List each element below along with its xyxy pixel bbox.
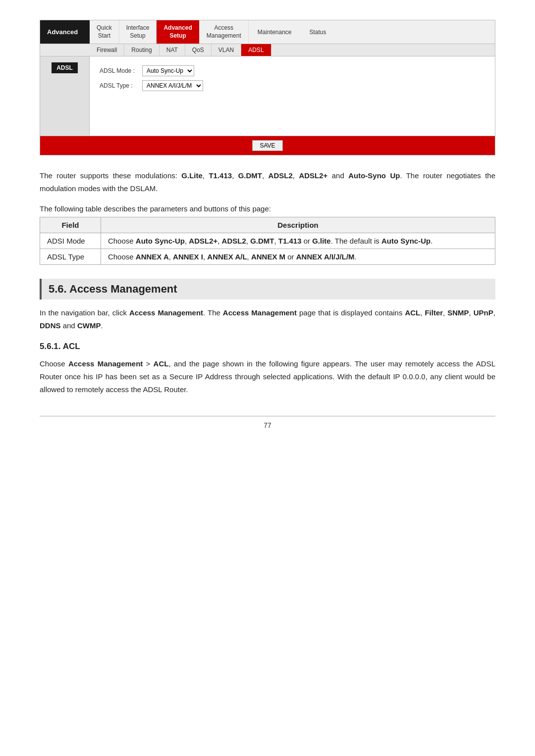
sidebar-adsl-label: ADSL (52, 62, 78, 73)
section-561-heading: 5.6.1. ACL (40, 342, 495, 352)
nav-advanced-label: Advanced (40, 20, 90, 44)
adsl-mode-row: ADSL Mode : Auto Sync-Up ADSL2+ ADSL2 G.… (100, 65, 485, 76)
sidebar: ADSL (40, 56, 90, 136)
nav-item-advanced-setup[interactable]: AdvancedSetup (157, 20, 199, 44)
adsl-mode-label: ADSL Mode : (100, 67, 139, 74)
col-field: Field (40, 217, 101, 233)
save-bar: SAVE (40, 136, 495, 155)
nav-items: QuickStart InterfaceSetup AdvancedSetup … (90, 20, 495, 44)
desc-adsi-mode: Choose Auto Sync-Up, ADSL2+, ADSL2, G.DM… (101, 233, 495, 249)
page-footer: 77 (40, 416, 495, 429)
sub-nav-vlan[interactable]: VLAN (212, 44, 241, 56)
page-number: 77 (264, 421, 271, 429)
nav-item-maintenance[interactable]: Maintenance (249, 25, 301, 40)
sub-nav-qos[interactable]: QoS (185, 44, 212, 56)
modulation-description: The router supports these modulations: G… (40, 169, 495, 195)
field-adsl-type: ADSL Type (40, 249, 101, 265)
col-description: Description (101, 217, 495, 233)
sub-nav: Firewall Routing NAT QoS VLAN ADSL (40, 44, 495, 56)
form-area: ADSL Mode : Auto Sync-Up ADSL2+ ADSL2 G.… (90, 56, 495, 136)
adsl-type-label: ADSL Type : (100, 82, 139, 89)
nav-item-quick-start[interactable]: QuickStart (90, 20, 119, 44)
sub-nav-firewall[interactable]: Firewall (90, 44, 124, 56)
desc-table: Field Description ADSI Mode Choose Auto … (40, 217, 495, 265)
save-button[interactable]: SAVE (252, 140, 282, 151)
sub-nav-nat[interactable]: NAT (160, 44, 185, 56)
adsl-type-row: ADSL Type : ANNEX A/I/J/L/M ANNEX A ANNE… (100, 80, 485, 91)
content-area: ADSL ADSL Mode : Auto Sync-Up ADSL2+ ADS… (40, 56, 495, 136)
sub-nav-adsl[interactable]: ADSL (241, 44, 271, 56)
nav-item-status[interactable]: Status (301, 25, 335, 40)
adsl-mode-select[interactable]: Auto Sync-Up ADSL2+ ADSL2 G.DMT T1.413 G… (142, 65, 194, 76)
nav-item-access-management[interactable]: AccessManagement (200, 20, 249, 44)
table-row: ADSL Type Choose ANNEX A, ANNEX I, ANNEX… (40, 249, 495, 265)
nav-bar: Advanced QuickStart InterfaceSetup Advan… (40, 20, 495, 44)
table-row: ADSI Mode Choose Auto Sync-Up, ADSL2+, A… (40, 233, 495, 249)
router-ui-screenshot: Advanced QuickStart InterfaceSetup Advan… (40, 20, 495, 155)
table-intro: The following table describes the parame… (40, 204, 495, 213)
nav-item-interface-setup[interactable]: InterfaceSetup (119, 20, 157, 44)
section-56-para: In the navigation bar, click Access Mana… (40, 306, 495, 333)
desc-adsl-type: Choose ANNEX A, ANNEX I, ANNEX A/L, ANNE… (101, 249, 495, 265)
field-adsi-mode: ADSI Mode (40, 233, 101, 249)
section-56-heading: 5.6. Access Management (40, 279, 495, 300)
sub-nav-routing[interactable]: Routing (124, 44, 159, 56)
adsl-type-select[interactable]: ANNEX A/I/J/L/M ANNEX A ANNEX I ANNEX A/… (142, 80, 203, 91)
section-561-para: Choose Access Management > ACL, and the … (40, 357, 495, 397)
